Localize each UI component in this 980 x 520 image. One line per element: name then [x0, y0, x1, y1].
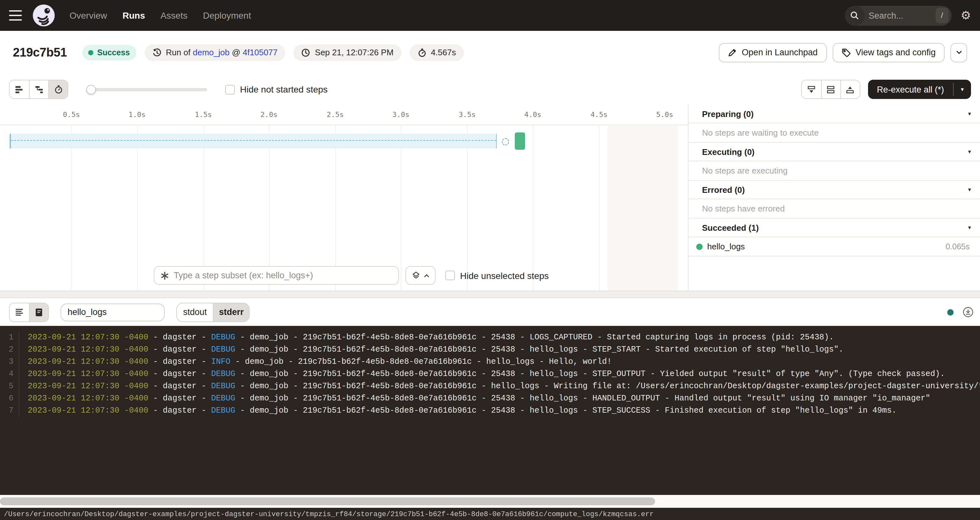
waterfall-view-button[interactable]: [29, 80, 48, 98]
global-search[interactable]: /: [845, 5, 952, 25]
gantt-section: 0.5s 1.0s 1.5s 2.0s 2.5s 3.0s 3.5s 4.0s …: [0, 105, 980, 290]
timeline-axis: 0.5s 1.0s 1.5s 2.0s 2.5s 3.0s 3.5s 4.0s …: [0, 105, 688, 125]
waterfall-gantt-icon: [34, 85, 43, 94]
nav-links: Overview Runs Assets Deployment: [70, 10, 251, 21]
view-tags-config-button[interactable]: View tags and config: [832, 43, 945, 62]
run-header: 219c7b51 Success Run of demo_job @ 4f105…: [0, 31, 980, 74]
reexecute-all-split-button: Re-execute all (*) ▾: [868, 80, 971, 99]
document-icon: [35, 308, 43, 317]
structured-log-view-button[interactable]: [10, 303, 29, 321]
history-icon: [152, 48, 161, 57]
tag-icon: [842, 48, 850, 57]
flat-gantt-icon: [15, 85, 24, 94]
log-line: 4 2023-09-21 12:07:30 -0400 - dagster - …: [0, 368, 980, 380]
nav-item-overview[interactable]: Overview: [70, 10, 107, 21]
reexecute-options-button[interactable]: ▾: [954, 80, 971, 99]
job-link[interactable]: demo_job: [193, 48, 229, 57]
nav-item-runs[interactable]: Runs: [123, 10, 145, 21]
scrollbar-thumb[interactable]: [0, 498, 655, 505]
graph-query-toggle-button[interactable]: [406, 266, 436, 285]
split-panels-button[interactable]: [821, 80, 840, 98]
gantt-zoom-slider[interactable]: [86, 80, 207, 98]
stopwatch-icon: [417, 48, 426, 57]
log-line: 5 2023-09-21 12:07:30 -0400 - dagster - …: [0, 380, 980, 393]
gantt-chart: 0.5s 1.0s 1.5s 2.0s 2.5s 3.0s 3.5s 4.0s …: [0, 105, 688, 290]
collapse-down-icon: [807, 85, 816, 94]
panel-layout-group: [801, 80, 860, 99]
download-log-button[interactable]: [963, 307, 974, 317]
raw-log-view-button[interactable]: [29, 303, 48, 321]
hide-unselected-checkbox-row[interactable]: Hide unselected steps: [445, 270, 549, 281]
hide-unselected-checkbox[interactable]: [445, 271, 455, 280]
duration-chip: 4.567s: [410, 44, 464, 61]
horizontal-splitter[interactable]: [0, 290, 980, 298]
flat-view-button[interactable]: [10, 80, 29, 98]
app-window: Overview Runs Assets Deployment / ⚙ 219c…: [0, 0, 980, 520]
stdout-stderr-tabs: stdout stderr: [176, 303, 250, 322]
raw-log-view: 1 2023-09-21 12:07:30 -0400 - dagster - …: [0, 326, 980, 495]
tab-stderr[interactable]: stderr: [213, 303, 249, 321]
step-subset-input[interactable]: [174, 271, 393, 280]
log-file-path: /Users/erincochran/Desktop/dagster-examp…: [4, 510, 654, 518]
caret-down-icon: ▾: [968, 186, 971, 193]
preparing-empty-text: No steps are waiting to execute: [689, 124, 980, 143]
step-waiting-bar[interactable]: [10, 134, 497, 149]
horizontal-scrollbar: [0, 495, 980, 508]
dagster-logo[interactable]: [32, 4, 55, 27]
step-success-bar[interactable]: [515, 132, 525, 150]
step-success-dot-icon: [696, 243, 703, 250]
clock-icon: [301, 48, 310, 57]
search-input[interactable]: [865, 11, 935, 20]
log-filter-input[interactable]: [68, 307, 158, 317]
log-view-mode-group: [9, 303, 49, 322]
gear-icon[interactable]: ⚙: [961, 10, 971, 21]
hide-not-started-checkbox-row[interactable]: Hide not started steps: [225, 84, 328, 95]
slider-knob[interactable]: [86, 85, 96, 95]
reexecute-all-button[interactable]: Re-execute all (*): [868, 80, 953, 99]
open-in-launchpad-button[interactable]: Open in Launchpad: [719, 43, 827, 62]
split-panels-icon: [826, 85, 835, 94]
collapse-down-button[interactable]: [802, 80, 821, 98]
step-subset-row: Hide unselected steps: [0, 266, 688, 285]
stopwatch-icon: [54, 85, 63, 94]
tab-stdout[interactable]: stdout: [177, 303, 213, 321]
commit-link[interactable]: 4f105077: [243, 48, 277, 57]
caret-down-icon: ▾: [968, 149, 971, 155]
log-line: 2 2023-09-21 12:07:30 -0400 - dagster - …: [0, 344, 980, 356]
timestamp-chip: Sep 21, 12:07:26 PM: [294, 44, 401, 61]
op-selector-icon: [160, 271, 169, 280]
success-dot-icon: [88, 50, 93, 55]
run-of-chip: Run of demo_job @ 4f105077: [145, 44, 285, 61]
succeeded-step-row[interactable]: hello_logs 0.065s: [689, 237, 980, 257]
pencil-icon: [728, 48, 737, 57]
chevron-up-icon: [423, 272, 430, 279]
section-header-preparing[interactable]: Preparing (0)▾: [689, 105, 980, 124]
gantt-view-mode-group: [9, 80, 68, 99]
caret-down-icon: ▾: [968, 224, 971, 231]
step-status-panel: Preparing (0)▾ No steps are waiting to e…: [688, 105, 980, 290]
hamburger-menu-icon[interactable]: [9, 7, 26, 24]
nav-item-deployment[interactable]: Deployment: [203, 10, 251, 21]
caret-down-icon: ▾: [968, 111, 971, 117]
top-nav: Overview Runs Assets Deployment / ⚙: [0, 0, 980, 31]
gantt-toolbar: Hide not started steps: [0, 74, 980, 105]
more-actions-button[interactable]: [950, 43, 967, 62]
section-header-succeeded[interactable]: Succeeded (1)▾: [689, 219, 980, 237]
collapse-up-button[interactable]: [840, 80, 859, 98]
log-line: 3 2023-09-21 12:07:30 -0400 - dagster - …: [0, 356, 980, 368]
status-badge: Success: [82, 45, 136, 60]
section-header-executing[interactable]: Executing (0)▾: [689, 143, 980, 161]
timed-view-button[interactable]: [48, 80, 68, 98]
log-line: 7 2023-09-21 12:07:30 -0400 - dagster - …: [0, 405, 980, 417]
download-icon: [963, 307, 974, 317]
log-filter-inputbox[interactable]: [60, 303, 165, 321]
layers-icon: [412, 271, 420, 280]
step-marker-circle[interactable]: [502, 138, 509, 145]
search-shortcut-badge: /: [935, 8, 948, 23]
step-subset-inputbox[interactable]: [154, 266, 399, 285]
hide-not-started-checkbox[interactable]: [225, 84, 235, 94]
live-status-dot-icon: [947, 309, 954, 315]
log-toolbar: stdout stderr: [0, 298, 980, 326]
section-header-errored[interactable]: Errored (0)▾: [689, 181, 980, 199]
nav-item-assets[interactable]: Assets: [161, 10, 188, 21]
